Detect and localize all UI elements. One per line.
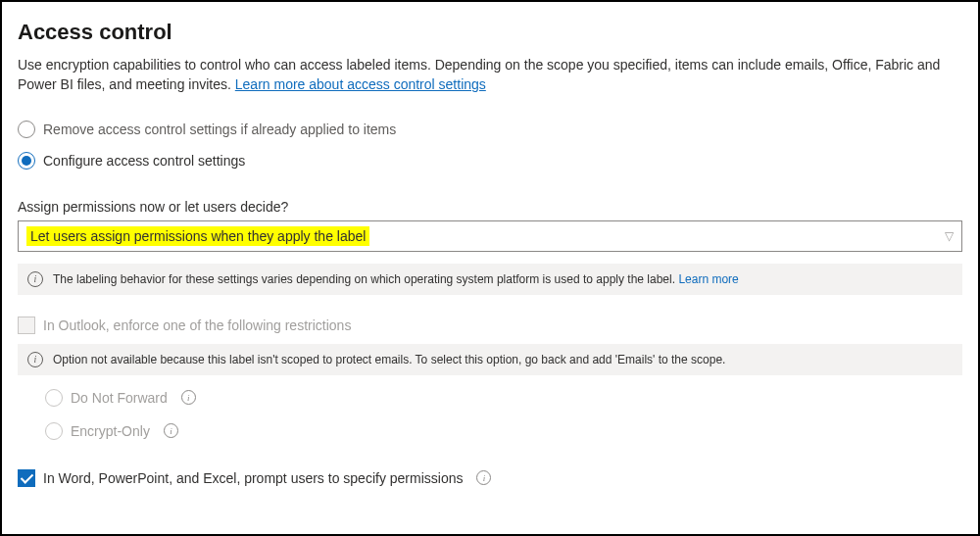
- radio-label: Remove access control settings if alread…: [43, 122, 396, 137]
- checkbox-label: In Word, PowerPoint, and Excel, prompt u…: [43, 470, 463, 486]
- info-text: The labeling behavior for these settings…: [53, 272, 739, 286]
- checkbox-office-prompt[interactable]: In Word, PowerPoint, and Excel, prompt u…: [18, 469, 962, 487]
- page-description: Use encryption capabilities to control w…: [18, 55, 962, 95]
- radio-icon: [18, 121, 35, 138]
- radio-label: Do Not Forward: [71, 390, 168, 406]
- chevron-down-icon: ▽: [945, 229, 954, 243]
- outlook-sub-options: Do Not Forward i Encrypt-Only i: [45, 389, 962, 440]
- info-icon[interactable]: i: [181, 390, 196, 405]
- radio-remove-settings[interactable]: Remove access control settings if alread…: [18, 121, 962, 138]
- page-title: Access control: [18, 20, 962, 45]
- checkbox-icon: [18, 469, 35, 487]
- info-icon[interactable]: i: [476, 470, 491, 485]
- assign-permissions-label: Assign permissions now or let users deci…: [18, 199, 962, 215]
- checkbox-icon: [18, 317, 35, 334]
- mode-radio-group: Remove access control settings if alread…: [18, 121, 962, 170]
- radio-icon: [45, 422, 63, 440]
- radio-do-not-forward: Do Not Forward i: [45, 389, 962, 407]
- radio-icon: [18, 152, 35, 170]
- checkbox-label: In Outlook, enforce one of the following…: [43, 317, 351, 333]
- info-icon: i: [27, 271, 43, 287]
- dropdown-value: Let users assign permissions when they a…: [26, 226, 369, 246]
- assign-permissions-dropdown[interactable]: Let users assign permissions when they a…: [18, 220, 962, 252]
- info-message: The labeling behavior for these settings…: [53, 272, 678, 286]
- radio-icon: [45, 389, 63, 407]
- checkbox-outlook-restrictions: In Outlook, enforce one of the following…: [18, 317, 962, 334]
- radio-label: Encrypt-Only: [71, 423, 150, 439]
- info-text: Option not available because this label …: [53, 353, 725, 366]
- learn-more-link[interactable]: Learn more about access control settings: [235, 76, 486, 92]
- radio-label: Configure access control settings: [43, 153, 245, 169]
- info-banner-outlook-scope: i Option not available because this labe…: [18, 344, 962, 375]
- radio-encrypt-only: Encrypt-Only i: [45, 422, 962, 440]
- info-learn-more-link[interactable]: Learn more: [678, 272, 738, 286]
- info-icon[interactable]: i: [164, 423, 178, 438]
- radio-configure-settings[interactable]: Configure access control settings: [18, 152, 962, 170]
- info-banner-platform: i The labeling behavior for these settin…: [18, 264, 962, 295]
- info-icon: i: [27, 352, 43, 367]
